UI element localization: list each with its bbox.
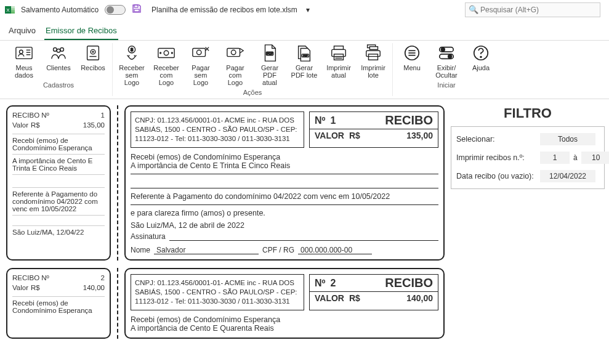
valor: 140,00	[406, 293, 433, 303]
recibo-word: RECIBO	[341, 276, 433, 290]
ribbon-label: Menu	[403, 64, 421, 71]
ribbon-menu[interactable]: Menu	[398, 43, 426, 79]
num-label: Nº	[315, 278, 325, 289]
pdf-files-icon: PDF	[294, 43, 314, 63]
stub-valor-label: Valor	[12, 121, 28, 129]
svg-rect-4	[11, 10, 15, 12]
svg-rect-8	[16, 47, 32, 59]
filter-imprimir-label: Imprimir recibos n.º:	[456, 153, 536, 162]
user-card-icon	[14, 43, 34, 63]
ribbon-label: Receber com Logo	[152, 64, 180, 86]
receipt-stub: RECIBO Nº2 ValorR$140,00 Recebi (emos) d…	[6, 268, 111, 339]
receipt-stub: RECIBO Nº1 ValorR$135,00 Recebi (emos) d…	[6, 105, 111, 261]
receipt-main: CNPJ: 01.123.456/0001-01- ACME inc - RUA…	[124, 105, 445, 261]
ribbon-ajuda[interactable]: Ajuda	[467, 43, 495, 79]
svg-point-51	[448, 55, 452, 59]
svg-point-49	[442, 48, 445, 52]
stub-valor: 140,00	[83, 284, 105, 291]
svg-rect-37	[334, 54, 344, 60]
num-label: Nº	[315, 115, 325, 126]
receipt-main: CNPJ: 01.123.456/0001-01- ACME inc - RUA…	[124, 268, 445, 339]
ribbon-label: Gerar PDF lote	[290, 64, 318, 79]
autosave-label: Salvamento Automático	[21, 6, 99, 14]
ribbon-exibir-ocultar[interactable]: Exibir/ Ocultar	[432, 43, 461, 79]
svg-point-13	[54, 48, 57, 52]
money-bill-icon	[156, 43, 176, 63]
pdf-file-icon: PDF	[260, 43, 280, 63]
receipt-line: Recebi (emos) de Condomínimo Esperança	[131, 153, 438, 161]
svg-point-26	[196, 50, 201, 55]
filter-selecionar-label: Selecionar:	[456, 135, 536, 144]
receipt-line: e para clareza firmo (amos) o presente.	[131, 209, 438, 217]
stub-moeda: R$	[31, 284, 40, 291]
svg-point-30	[231, 50, 236, 55]
nome-value: Salvador	[154, 246, 259, 254]
stub-num: 2	[101, 274, 105, 281]
filter-selecionar-value[interactable]: Todos	[540, 133, 595, 145]
ribbon-pagar-sem-logo[interactable]: Pagar sem Logo	[187, 43, 215, 86]
money-in-icon: $	[122, 43, 142, 63]
num-value: 1	[330, 115, 336, 126]
filter-imprimir-sep: à	[573, 153, 578, 162]
receipt-local-data: São Luiz/MA, 12 de abril de 2022	[131, 221, 438, 230]
autosave-toggle[interactable]	[105, 5, 126, 15]
filter-imprimir-from[interactable]: 1	[540, 152, 570, 164]
svg-text:$: $	[131, 47, 134, 52]
ribbon-pdf-atual[interactable]: PDF Gerar PDF atual	[256, 43, 284, 86]
assinatura-label: Assinatura	[131, 232, 166, 241]
moeda: R$	[349, 293, 360, 303]
tab-arquivo[interactable]: Arquivo	[7, 23, 37, 40]
ribbon-label: Gerar PDF atual	[256, 64, 284, 86]
svg-point-22	[164, 51, 169, 55]
save-icon[interactable]	[132, 4, 142, 16]
filename-label[interactable]: Planilha de emissão de recibos em lote.x…	[151, 6, 297, 14]
ribbon-label: Imprimir lote	[359, 64, 387, 79]
nome-label: Nome	[131, 246, 150, 254]
svg-point-24	[171, 52, 172, 54]
company-info: CNPJ: 01.123.456/0001-01- ACME inc - RUA…	[131, 111, 304, 148]
ribbon-label: Imprimir atual	[325, 64, 353, 79]
receipt-line: A importância de Cento E Trinta E Cinco …	[131, 161, 438, 170]
ribbon-receber-com-logo[interactable]: Receber com Logo	[152, 43, 180, 86]
excel-icon: X	[5, 5, 15, 15]
stub-valor: 135,00	[83, 121, 105, 129]
ribbon-label: Recibos	[81, 64, 105, 71]
help-icon	[471, 43, 491, 63]
company-info: CNPJ: 01.123.456/0001-01- ACME inc - RUA…	[131, 274, 304, 310]
svg-rect-5	[11, 12, 15, 14]
ribbon-meus-dados[interactable]: Meus dados	[10, 43, 38, 79]
ribbon-recibos[interactable]: Recibos	[79, 43, 107, 79]
ribbon-group-label: Iniciar	[437, 81, 455, 89]
svg-text:PDF: PDF	[303, 55, 308, 57]
filename-dropdown-icon[interactable]: ▾	[306, 6, 310, 14]
ribbon-clientes[interactable]: Clientes	[44, 43, 73, 79]
svg-rect-29	[227, 49, 240, 57]
svg-point-15	[57, 49, 60, 52]
ribbon-pdf-lote[interactable]: PDF Gerar PDF lote	[290, 43, 318, 86]
svg-rect-7	[134, 9, 139, 12]
ribbon-imprimir-atual[interactable]: Imprimir atual	[325, 43, 353, 86]
valor-label: VALOR	[315, 293, 344, 303]
ribbon-label: Meus dados	[10, 64, 38, 79]
svg-point-53	[480, 57, 482, 58]
ribbon-pagar-com-logo[interactable]: Pagar com Logo	[221, 43, 249, 86]
users-icon	[49, 43, 68, 63]
valor-label: VALOR	[315, 131, 344, 140]
svg-rect-6	[134, 5, 138, 7]
tab-emissor[interactable]: Emissor de Recibos	[44, 23, 118, 40]
toggle-icon	[437, 43, 456, 63]
svg-text:PDF: PDF	[267, 52, 272, 55]
ribbon-imprimir-lote[interactable]: Imprimir lote	[359, 43, 387, 86]
filter-data-value[interactable]: 12/04/2022	[540, 170, 595, 182]
valor: 135,00	[406, 131, 433, 140]
ribbon-receber-sem-logo[interactable]: $ Receber sem Logo	[118, 43, 146, 86]
search-input[interactable]	[465, 2, 600, 17]
money-out-icon	[191, 43, 211, 63]
filter-imprimir-to[interactable]: 10	[581, 152, 609, 164]
ribbon-label: Exibir/ Ocultar	[432, 64, 461, 79]
stub-valor-label: Valor	[12, 284, 28, 291]
svg-rect-35	[334, 46, 344, 50]
svg-rect-43	[369, 54, 378, 60]
svg-rect-25	[193, 49, 206, 57]
svg-point-14	[60, 48, 64, 52]
